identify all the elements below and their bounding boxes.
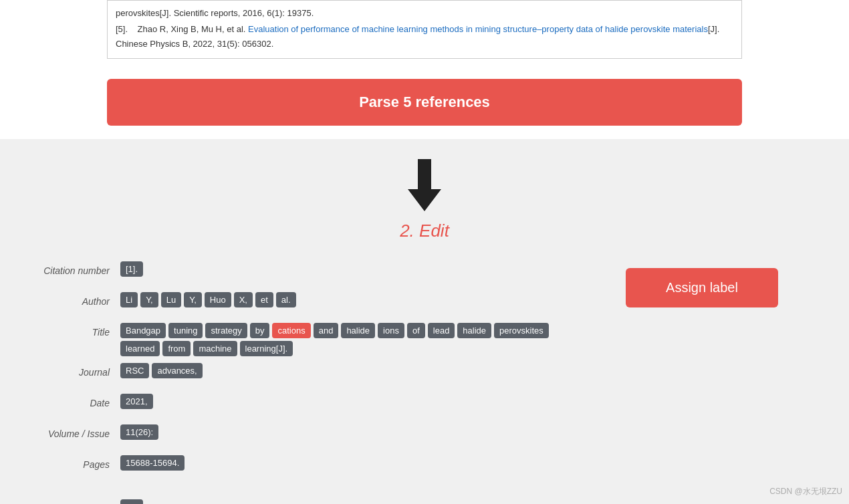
date-tag-2021[interactable]: 2021,: [120, 394, 153, 409]
journal-values: RSC advances,: [120, 363, 582, 378]
author-tag-li[interactable]: Li: [120, 292, 138, 307]
ref-authors-5: Zhao R, Xing B, Mu H, et al.: [138, 24, 246, 34]
parse-button[interactable]: Parse 5 references: [107, 79, 742, 126]
title-tag-lead[interactable]: lead: [428, 323, 455, 338]
volume-label: Volume / Issue: [27, 424, 120, 439]
author-tag-al[interactable]: al.: [276, 292, 296, 307]
author-values: Li Y, Lu Y, Huo X, et al.: [120, 292, 582, 307]
author-tag-huo[interactable]: Huo: [205, 292, 231, 307]
volume-values: 11(26):: [120, 424, 582, 440]
journal-tag-advances[interactable]: advances,: [152, 363, 202, 378]
title-tag-learned[interactable]: learned: [120, 341, 160, 356]
title-tag-perovskites[interactable]: perovskites: [494, 323, 549, 338]
author-row: Author Li Y, Lu Y, Huo X, et al.: [27, 292, 582, 316]
top-section: perovskites[J]. Scientific reports, 2016…: [0, 0, 849, 72]
date-label: Date: [27, 394, 120, 408]
title-row: Title Bandgap tuning strategy by cations…: [27, 323, 582, 356]
pages-row: Pages 15688-15694.: [27, 455, 582, 479]
ref-num-5: [5].: [116, 24, 128, 34]
title-label: Title: [27, 323, 120, 338]
references-text: perovskites[J]. Scientific reports, 2016…: [116, 6, 733, 51]
title-tag-of[interactable]: of: [407, 323, 425, 338]
journal-label: Journal: [27, 363, 120, 378]
volume-tag[interactable]: 11(26):: [120, 424, 158, 440]
assign-label-button[interactable]: Assign label: [626, 268, 778, 307]
pages-values: 15688-15694.: [120, 455, 582, 471]
title-tag-bandgap[interactable]: Bandgap: [120, 323, 166, 338]
title-tag-and[interactable]: and: [314, 323, 339, 338]
author-tag-lu[interactable]: Lu: [161, 292, 181, 307]
author-tag-y2[interactable]: Y,: [184, 292, 202, 307]
title-values: Bandgap tuning strategy by cations and h…: [120, 323, 582, 356]
title-tag-halide2[interactable]: halide: [457, 323, 491, 338]
svg-marker-0: [408, 159, 441, 211]
fields-and-btn-container: Citation number [1]. Author Li Y, Lu Y, …: [27, 261, 822, 504]
title-tag-strategy[interactable]: strategy: [205, 323, 247, 338]
references-box[interactable]: perovskites[J]. Scientific reports, 2016…: [107, 0, 742, 59]
date-values: 2021,: [120, 394, 582, 409]
spacer: [27, 486, 582, 499]
author-label: Author: [27, 292, 120, 307]
title-tag-halide1[interactable]: halide: [341, 323, 375, 338]
author-tag-x[interactable]: X,: [234, 292, 253, 307]
arrow-section: 2. Edit: [0, 139, 849, 261]
ref-line-perovskites: perovskites[J]. Scientific reports, 2016…: [116, 6, 733, 21]
citation-number-values: [1].: [120, 261, 582, 277]
title-tag-learning[interactable]: learning[J].: [240, 341, 293, 356]
citation2-number-label: Citation number: [27, 499, 120, 504]
title-tag-cations[interactable]: cations: [272, 323, 310, 338]
down-arrow-icon: [404, 159, 445, 215]
parse-btn-container: Parse 5 references: [0, 72, 849, 139]
journal-tag-rsc[interactable]: RSC: [120, 363, 149, 378]
title-tag-from[interactable]: from: [162, 341, 191, 356]
citation2-number-values: [2].: [120, 499, 582, 504]
citation2-number-row: Citation number [2].: [27, 499, 582, 504]
ref-title-5: Evaluation of performance of machine lea…: [248, 24, 708, 34]
volume-row: Volume / Issue 11(26):: [27, 424, 582, 449]
pages-label: Pages: [27, 455, 120, 470]
watermark: CSDN @水无垠ZZU: [769, 486, 842, 497]
ref-line-5: [5]. Zhao R, Xing B, Mu H, et al. Evalua…: [116, 22, 733, 51]
citation-number-tag[interactable]: [1].: [120, 261, 143, 277]
citation-number-row: Citation number [1].: [27, 261, 582, 285]
title-tag-by[interactable]: by: [250, 323, 270, 338]
journal-row: Journal RSC advances,: [27, 363, 582, 387]
assign-btn-column: Assign label: [582, 261, 822, 307]
citation-number-label: Citation number: [27, 261, 120, 276]
title-tag-tuning[interactable]: tuning: [168, 323, 203, 338]
date-row: Date 2021,: [27, 394, 582, 418]
title-tag-ions[interactable]: ions: [378, 323, 404, 338]
pages-tag[interactable]: 15688-15694.: [120, 455, 185, 471]
fields-column: Citation number [1]. Author Li Y, Lu Y, …: [27, 261, 582, 504]
step2-label: 2. Edit: [400, 221, 449, 241]
author-tag-et[interactable]: et: [255, 292, 273, 307]
edit-section: Citation number [1]. Author Li Y, Lu Y, …: [0, 261, 849, 504]
author-tag-y1[interactable]: Y,: [140, 292, 158, 307]
citation2-number-tag[interactable]: [2].: [120, 499, 143, 504]
title-tag-machine[interactable]: machine: [193, 341, 237, 356]
